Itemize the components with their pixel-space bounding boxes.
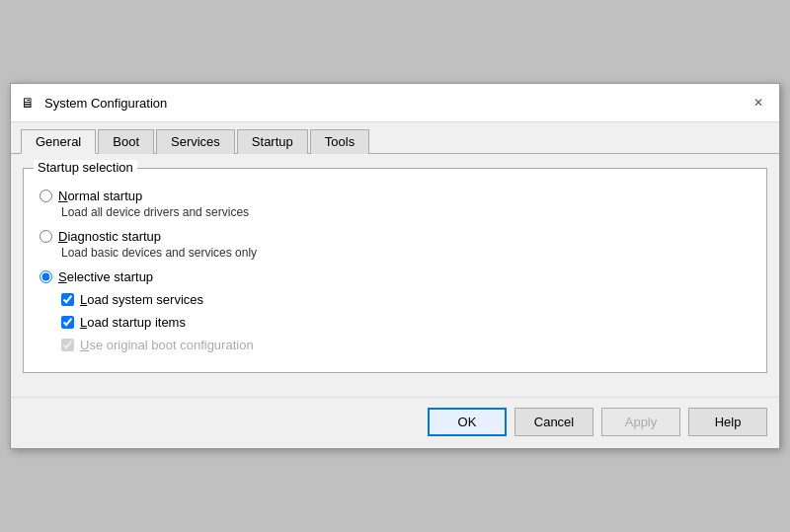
help-button[interactable]: Help <box>688 408 767 436</box>
tab-boot[interactable]: Boot <box>98 129 154 154</box>
diagnostic-startup-radio[interactable] <box>40 230 52 243</box>
load-system-services-checkbox[interactable] <box>61 293 74 306</box>
tab-general[interactable]: General <box>21 129 96 154</box>
startup-selection-group: Startup selection Normal startup Load al… <box>23 168 767 373</box>
selective-startup-radio[interactable] <box>40 270 52 283</box>
group-label: Startup selection <box>34 160 137 175</box>
normal-startup-row: Normal startup <box>40 189 750 203</box>
tab-services[interactable]: Services <box>156 129 235 154</box>
ok-button[interactable]: OK <box>428 408 507 436</box>
normal-startup-desc: Load all device drivers and services <box>61 205 750 219</box>
diagnostic-startup-desc: Load basic devices and services only <box>61 246 750 260</box>
use-original-boot-label: Use original boot configuration <box>80 338 254 352</box>
window-title: System Configuration <box>44 96 167 111</box>
title-bar: System Configuration ✕ <box>11 84 779 122</box>
use-original-boot-checkbox <box>61 339 74 351</box>
load-startup-items-checkbox[interactable] <box>61 316 74 329</box>
load-system-services-row: Load system services <box>61 292 750 307</box>
diagnostic-startup-label[interactable]: Diagnostic startup <box>58 229 161 244</box>
apply-button[interactable]: Apply <box>601 408 680 436</box>
title-bar-left: System Configuration <box>21 95 167 111</box>
use-original-boot-row: Use original boot configuration <box>61 338 750 352</box>
tab-bar: General Boot Services Startup Tools <box>11 122 779 154</box>
system-configuration-window: System Configuration ✕ General Boot Serv… <box>10 83 780 449</box>
cancel-button[interactable]: Cancel <box>514 408 593 436</box>
window-icon <box>21 95 37 111</box>
diagnostic-startup-row: Diagnostic startup <box>40 229 750 244</box>
load-startup-items-label[interactable]: Load startup items <box>80 315 186 330</box>
close-button[interactable]: ✕ <box>748 92 769 114</box>
tab-tools[interactable]: Tools <box>310 129 369 154</box>
normal-startup-radio[interactable] <box>40 190 52 202</box>
content-area: Startup selection Normal startup Load al… <box>11 154 779 397</box>
load-system-services-label[interactable]: Load system services <box>80 292 203 307</box>
normal-startup-label[interactable]: Normal startup <box>58 189 142 203</box>
button-bar: OK Cancel Apply Help <box>11 397 779 448</box>
selective-startup-label[interactable]: Selective startup <box>58 269 153 284</box>
tab-startup[interactable]: Startup <box>237 129 308 154</box>
selective-startup-row: Selective startup <box>40 269 750 284</box>
load-startup-items-row: Load startup items <box>61 315 750 330</box>
